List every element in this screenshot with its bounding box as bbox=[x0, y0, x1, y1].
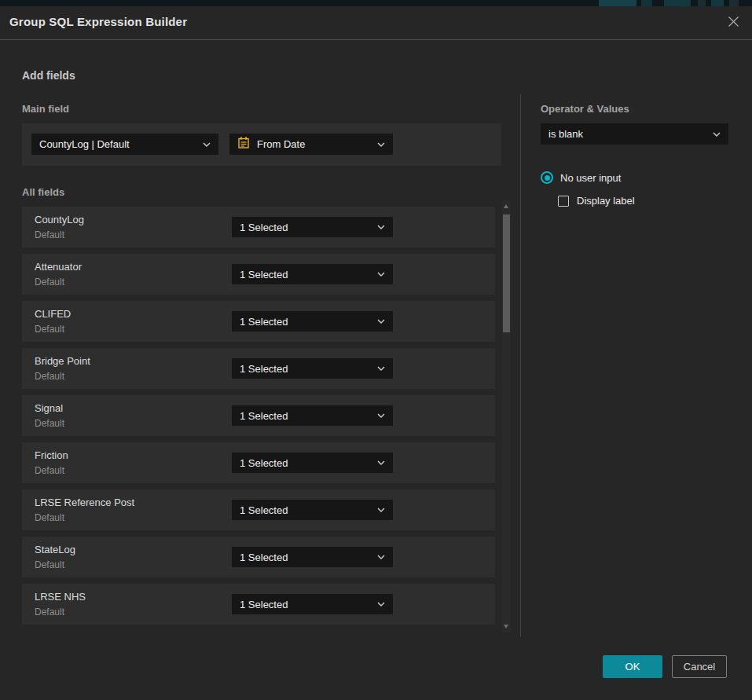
checkbox-label: Display label bbox=[577, 195, 635, 207]
background-toolbar-fragment bbox=[599, 0, 636, 6]
chevron-down-icon bbox=[377, 413, 385, 418]
field-name: Attenuator bbox=[35, 261, 82, 273]
field-row: LRSE Reference Post Default 1 Selected bbox=[22, 489, 495, 530]
field-values-selected-count: 1 Selected bbox=[240, 457, 371, 469]
chevron-down-icon bbox=[377, 602, 385, 607]
field-values-select[interactable]: 1 Selected bbox=[232, 453, 393, 473]
field-values-select[interactable]: 1 Selected bbox=[232, 547, 393, 567]
close-button[interactable] bbox=[726, 16, 740, 30]
field-values-selected-count: 1 Selected bbox=[240, 316, 371, 328]
field-values-selected-count: 1 Selected bbox=[240, 599, 371, 610]
chevron-down-icon bbox=[377, 272, 385, 277]
background-toolbar-fragment bbox=[729, 0, 739, 6]
field-name: LRSE Reference Post bbox=[35, 497, 134, 508]
field-source-label: Default bbox=[35, 559, 64, 570]
all-fields-label: All fields bbox=[22, 186, 64, 198]
radio-selected-icon bbox=[541, 171, 553, 184]
close-icon bbox=[728, 16, 739, 30]
add-fields-heading: Add fields bbox=[22, 69, 75, 82]
field-values-select[interactable]: 1 Selected bbox=[232, 217, 393, 237]
field-name: CountyLog bbox=[35, 214, 84, 225]
main-field-label: Main field bbox=[22, 103, 69, 115]
fields-list-scrollbar[interactable] bbox=[502, 200, 511, 632]
field-row: LRSE NHS Default 1 Selected bbox=[22, 584, 495, 625]
scrollbar-up-arrow-icon[interactable] bbox=[504, 204, 508, 208]
field-source-label: Default bbox=[35, 418, 64, 429]
background-toolbar-fragment bbox=[641, 0, 652, 6]
field-source-label: Default bbox=[35, 607, 64, 618]
all-fields-list: CountyLog Default 1 Selected Attenuator … bbox=[22, 207, 495, 631]
scrollbar-down-arrow-icon[interactable] bbox=[504, 625, 508, 629]
field-values-select[interactable]: 1 Selected bbox=[232, 358, 393, 379]
main-field-layer-select[interactable]: CountyLog | Default bbox=[31, 134, 218, 155]
field-source-label: Default bbox=[35, 277, 64, 288]
field-source-label: Default bbox=[35, 465, 64, 476]
chevron-down-icon bbox=[713, 132, 721, 137]
chevron-down-icon bbox=[377, 460, 385, 465]
field-values-select[interactable]: 1 Selected bbox=[232, 500, 393, 520]
field-name: LRSE NHS bbox=[35, 591, 86, 603]
field-values-selected-count: 1 Selected bbox=[240, 410, 371, 422]
field-values-selected-count: 1 Selected bbox=[240, 363, 371, 375]
chevron-down-icon bbox=[377, 366, 385, 371]
operator-select[interactable]: is blank bbox=[541, 123, 728, 145]
field-values-selected-count: 1 Selected bbox=[240, 269, 371, 280]
checkbox-unchecked-icon bbox=[558, 196, 569, 207]
field-row: Signal Default 1 Selected bbox=[22, 395, 495, 436]
field-row: Bridge Point Default 1 Selected bbox=[22, 348, 495, 389]
field-name: Bridge Point bbox=[35, 355, 90, 367]
chevron-down-icon bbox=[377, 142, 385, 147]
chevron-down-icon bbox=[203, 142, 211, 147]
main-field-layer-value: CountyLog | Default bbox=[39, 138, 196, 150]
dialog-title: Group SQL Expression Builder bbox=[9, 15, 187, 28]
field-values-select[interactable]: 1 Selected bbox=[232, 264, 393, 284]
field-row: Attenuator Default 1 Selected bbox=[22, 254, 495, 295]
chevron-down-icon bbox=[377, 555, 385, 559]
field-row: Friction Default 1 Selected bbox=[22, 442, 495, 483]
chevron-down-icon bbox=[377, 319, 385, 324]
no-user-input-radio[interactable]: No user input bbox=[541, 171, 621, 184]
field-source-label: Default bbox=[35, 512, 64, 523]
field-row: StateLog Default 1 Selected bbox=[22, 537, 495, 577]
field-source-label: Default bbox=[35, 324, 64, 335]
field-values-selected-count: 1 Selected bbox=[240, 552, 371, 563]
main-field-panel: CountyLog | Default From Date bbox=[22, 123, 501, 166]
background-app-bar bbox=[0, 0, 752, 6]
main-field-date-select[interactable]: From Date bbox=[229, 134, 393, 155]
background-toolbar-fragment bbox=[711, 0, 724, 6]
field-values-select[interactable]: 1 Selected bbox=[232, 405, 393, 426]
display-label-checkbox[interactable]: Display label bbox=[558, 195, 635, 207]
operator-values-label: Operator & Values bbox=[541, 103, 629, 115]
group-sql-expression-builder-dialog: Group SQL Expression Builder Add fields … bbox=[0, 6, 752, 700]
field-name: CLIFED bbox=[35, 308, 71, 320]
background-toolbar-fragment bbox=[698, 0, 706, 6]
field-name: StateLog bbox=[35, 544, 75, 555]
field-values-selected-count: 1 Selected bbox=[240, 504, 371, 516]
main-field-date-value: From Date bbox=[257, 138, 371, 150]
radio-label: No user input bbox=[560, 172, 621, 184]
field-source-label: Default bbox=[35, 371, 64, 382]
calendar-date-icon bbox=[237, 136, 250, 152]
field-row: CLIFED Default 1 Selected bbox=[22, 301, 495, 342]
cancel-button[interactable]: Cancel bbox=[672, 655, 727, 678]
chevron-down-icon bbox=[377, 225, 385, 229]
field-name: Friction bbox=[35, 449, 68, 461]
scrollbar-thumb[interactable] bbox=[503, 214, 510, 332]
field-name: Signal bbox=[35, 402, 63, 414]
operator-value: is blank bbox=[548, 128, 706, 140]
field-source-label: Default bbox=[35, 229, 64, 240]
field-values-select[interactable]: 1 Selected bbox=[232, 594, 393, 614]
background-toolbar-fragment bbox=[664, 0, 691, 6]
field-values-select[interactable]: 1 Selected bbox=[232, 311, 393, 332]
chevron-down-icon bbox=[377, 508, 385, 512]
panel-divider bbox=[520, 94, 521, 636]
field-row: CountyLog Default 1 Selected bbox=[22, 207, 495, 247]
ok-button[interactable]: OK bbox=[603, 655, 662, 678]
dialog-title-bar: Group SQL Expression Builder bbox=[0, 6, 752, 40]
field-values-selected-count: 1 Selected bbox=[240, 222, 371, 233]
